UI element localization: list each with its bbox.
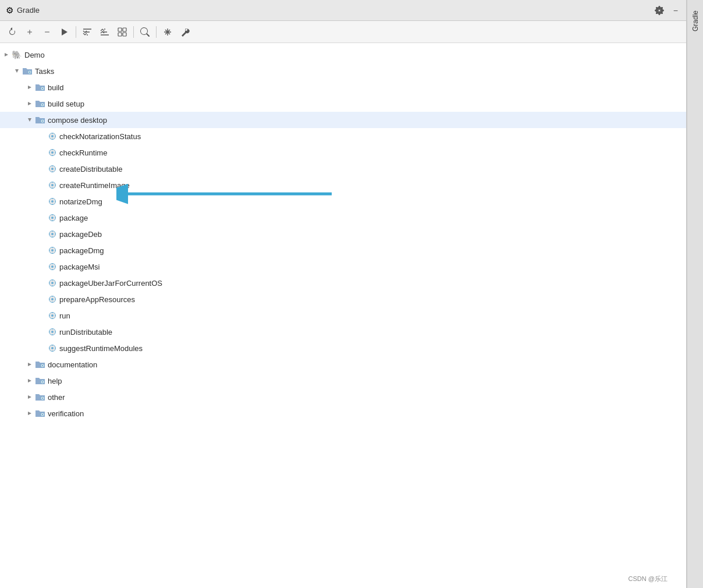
tree-item-compose-desktop[interactable]: compose desktop [0,112,686,128]
expand-all-button[interactable] [80,26,95,38]
title-text: Gradle [17,6,40,15]
svg-marker-4 [5,53,8,56]
packageDeb-label: packageDeb [59,230,102,239]
separator-3 [156,26,157,38]
svg-point-56 [42,414,43,415]
gradle-tree: 🐘 Demo Tasks [0,43,686,588]
folder-gear-other-icon [35,392,45,402]
verification-label: verification [48,409,84,418]
tree-item-packageMsi[interactable]: packageMsi [0,258,686,275]
svg-marker-48 [28,379,31,382]
chevron-tasks [13,67,21,75]
tree-item-package[interactable]: package [0,210,686,226]
folder-gear-verification-icon [35,409,45,418]
folder-gear-documentation-icon [35,360,45,369]
tree-item-packageDmg[interactable]: packageDmg [0,242,686,258]
tree-item-notarizeDmg[interactable]: notarizeDmg [0,193,686,210]
search-button[interactable] [137,26,152,38]
tree-item-checkNotarizationStatus[interactable]: checkNotarizationStatus [0,128,686,144]
watermark: CSDN @乐江 [629,575,668,583]
tree-item-packageUberJar[interactable]: packageUberJarForCurrentOS [0,275,686,291]
tree-item-build-setup[interactable]: build setup [0,95,686,112]
tree-item-verification[interactable]: verification [0,405,686,421]
link-button[interactable] [160,26,175,38]
compose-desktop-label: compose desktop [48,116,107,125]
build-setup-label: build setup [48,100,84,108]
prepareAppResources-label: prepareAppResources [59,295,135,304]
svg-marker-51 [28,395,31,399]
collapse-all-button[interactable] [97,26,112,38]
tree-item-createDistributable[interactable]: createDistributable [0,161,686,177]
other-label: other [48,393,65,402]
createDistributable-label: createDistributable [59,165,122,173]
svg-rect-0 [118,28,122,31]
add-button[interactable] [22,26,37,38]
svg-point-50 [42,381,43,382]
svg-point-40 [51,314,54,317]
svg-marker-5 [15,69,19,73]
tree-item-checkRuntime[interactable]: checkRuntime [0,144,686,161]
createRuntimeImage-label: createRuntimeImage [59,181,130,190]
title-bar: ⚙ Gradle − [0,0,686,21]
svg-point-10 [42,88,43,89]
tree-item-demo[interactable]: 🐘 Demo [0,47,686,63]
svg-point-28 [51,217,54,219]
help-label: help [48,377,62,385]
folder-gear-help-icon [35,376,45,385]
svg-point-18 [51,135,54,137]
remove-button[interactable] [40,26,55,38]
svg-point-20 [51,151,54,154]
suggestRuntimeModules-label: suggestRuntimeModules [59,344,143,353]
gear-packageMsi-icon [48,262,57,271]
gear-packageDeb-icon [48,229,57,239]
folder-gear-compose-icon [35,115,45,125]
tree-item-createRuntimeImage[interactable]: createRuntimeImage [0,177,686,193]
chevron-demo [2,51,10,59]
svg-marker-14 [28,118,31,122]
gear-prepareAppResources-icon [48,295,57,304]
svg-point-13 [42,104,43,105]
tree-item-help[interactable]: help [0,373,686,389]
svg-point-53 [42,398,43,399]
tree-item-packageDeb[interactable]: packageDeb [0,226,686,242]
svg-point-24 [51,184,54,186]
svg-point-42 [51,331,54,333]
chevron-other [26,393,34,401]
tree-item-suggestRuntimeModules[interactable]: suggestRuntimeModules [0,340,686,356]
minimize-button[interactable]: − [671,5,680,16]
svg-point-16 [42,121,43,122]
toolbar [0,21,686,43]
gear-notarizeDmg-icon [48,197,57,206]
tree-item-tasks[interactable]: Tasks [0,63,686,79]
side-tab-gradle[interactable]: Gradle [687,0,703,588]
svg-point-34 [51,265,54,268]
tasks-label: Tasks [35,67,54,76]
svg-rect-2 [118,33,122,36]
gradle-title-icon: ⚙ [6,5,13,16]
tree-item-run[interactable]: run [0,307,686,324]
tree-item-prepareAppResources[interactable]: prepareAppResources [0,291,686,307]
runDistributable-label: runDistributable [59,328,112,336]
side-tab-label[interactable]: Gradle [689,6,702,36]
gear-createRuntimeImage-icon [48,180,57,190]
svg-marker-54 [28,412,31,415]
packageMsi-label: packageMsi [59,263,100,271]
gear-checkNotarization-icon [48,132,57,141]
tree-item-runDistributable[interactable]: runDistributable [0,324,686,340]
run-label: run [59,311,70,320]
tree-item-build[interactable]: build [0,79,686,95]
gear-packageDmg-icon [48,246,57,255]
wrench-button[interactable] [177,26,193,38]
group-button[interactable] [115,26,130,38]
svg-point-44 [51,347,54,349]
run-task-button[interactable] [57,26,72,38]
tree-item-other[interactable]: other [0,389,686,405]
settings-button[interactable] [652,5,666,16]
refresh-button[interactable] [5,26,20,38]
tree-item-documentation[interactable]: documentation [0,356,686,373]
svg-marker-45 [28,363,31,366]
folder-gear-build-icon [35,83,45,92]
svg-point-32 [51,249,54,252]
chevron-compose-desktop [26,116,34,124]
chevron-verification [26,409,34,417]
